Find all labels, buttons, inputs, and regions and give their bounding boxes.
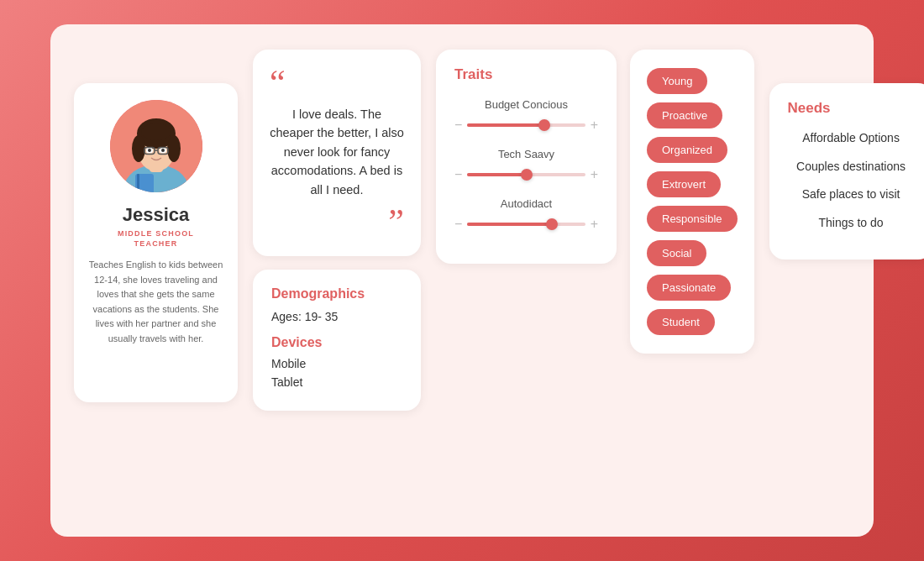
tag-young: Young [647, 68, 707, 94]
slider-minus-icon: − [454, 167, 462, 182]
main-container: Jessica MIDDLE SCHOOL TEACHER Teaches En… [50, 24, 874, 537]
trait-auto-label: Autodidact [454, 197, 598, 210]
slider-plus-icon: + [591, 118, 598, 133]
slider-bar [467, 223, 585, 226]
needs-card: Needs Affordable Options Couples destina… [769, 83, 924, 260]
slider-plus-icon: + [591, 217, 598, 232]
needs-title: Needs [788, 100, 915, 117]
profile-title-line2: TEACHER [134, 239, 178, 248]
svg-point-7 [141, 123, 171, 140]
devices-title: Devices [271, 335, 402, 350]
center-area: “ I love deals. The cheaper the better, … [253, 50, 421, 411]
quote-card: “ I love deals. The cheaper the better, … [253, 50, 421, 256]
tag-extrovert: Extrovert [647, 171, 721, 197]
device-tablet: Tablet [271, 375, 402, 389]
slider-thumb [546, 218, 558, 230]
svg-point-10 [148, 149, 151, 152]
demographics-ages: Ages: 19- 35 [271, 310, 402, 323]
tag-responsible: Responsible [647, 206, 738, 232]
slider-bar [467, 123, 585, 127]
traits-card: Traits Budget Concious − + Tech Saavy [436, 50, 617, 264]
trait-tech-label: Tech Saavy [454, 148, 598, 160]
slider-fill [467, 173, 526, 176]
avatar [110, 100, 202, 192]
profile-description: Teaches English to kids between 12-14, s… [87, 258, 224, 347]
slider-minus-icon: − [454, 118, 462, 133]
need-couples: Couples destinations [788, 159, 915, 176]
profile-name: Jessica [123, 204, 190, 226]
quote-close-mark: ” [270, 204, 404, 239]
tag-passionate: Passionate [647, 275, 731, 301]
slider-plus-icon: + [591, 167, 598, 182]
traits-title: Traits [454, 66, 598, 83]
tag-organized: Organized [647, 137, 727, 163]
trait-auto: Autodidact − + [454, 197, 598, 232]
profile-title-line1: MIDDLE SCHOOL [118, 229, 194, 238]
quote-text: I love deals. The cheaper the better, I … [270, 105, 404, 199]
svg-point-11 [161, 149, 165, 152]
need-safe-places: Safe places to visit [788, 186, 915, 203]
trait-auto-slider[interactable]: − + [454, 217, 598, 232]
svg-rect-16 [137, 174, 139, 192]
tag-proactive: Proactive [647, 102, 722, 128]
trait-tech-slider[interactable]: − + [454, 167, 598, 182]
tags-card: Young Proactive Organized Extrovert Resp… [630, 50, 754, 354]
slider-thumb [521, 169, 533, 181]
quote-open-mark: “ [270, 65, 404, 100]
device-mobile: Mobile [271, 357, 402, 370]
traits-tags-area: Traits Budget Concious − + Tech Saavy [436, 50, 754, 354]
trait-tech: Tech Saavy − + [454, 148, 598, 182]
slider-thumb [538, 119, 550, 131]
tag-social: Social [647, 240, 706, 266]
slider-minus-icon: − [454, 217, 462, 232]
slider-fill [467, 123, 543, 127]
slider-bar [467, 173, 585, 176]
svg-point-6 [167, 135, 181, 162]
svg-point-5 [132, 135, 145, 162]
need-things-to-do: Things to do [788, 215, 915, 232]
slider-fill [467, 223, 552, 226]
trait-budget-slider[interactable]: − + [454, 118, 598, 133]
trait-budget-label: Budget Concious [454, 98, 598, 111]
demographics-title: Demographics [271, 286, 402, 301]
demographics-card: Demographics Ages: 19- 35 Devices Mobile… [253, 270, 421, 411]
tag-student: Student [647, 309, 715, 335]
cards-area: Jessica MIDDLE SCHOOL TEACHER Teaches En… [74, 50, 850, 511]
need-affordable: Affordable Options [788, 130, 915, 147]
trait-budget: Budget Concious − + [454, 98, 598, 133]
profile-card: Jessica MIDDLE SCHOOL TEACHER Teaches En… [74, 83, 238, 402]
